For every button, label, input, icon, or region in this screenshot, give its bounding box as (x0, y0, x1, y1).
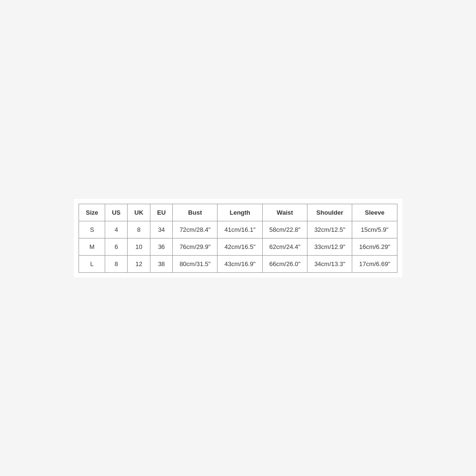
cell-bust-s: 72cm/28.4" (173, 221, 218, 238)
cell-uk-s: 8 (128, 221, 150, 238)
cell-shoulder-m: 33cm/12.9" (307, 238, 352, 255)
cell-uk-m: 10 (128, 238, 150, 255)
table-header-row: Size US UK EU Bust Length Waist Shoulder… (79, 204, 397, 221)
cell-length-m: 42cm/16.5" (218, 238, 262, 255)
cell-size-l: L (79, 255, 105, 272)
cell-eu-l: 38 (150, 255, 173, 272)
cell-waist-l: 66cm/26.0" (262, 255, 307, 272)
cell-eu-s: 34 (150, 221, 173, 238)
header-us: US (105, 204, 128, 221)
size-chart-container: Size US UK EU Bust Length Waist Shoulder… (74, 199, 402, 278)
cell-us-m: 6 (105, 238, 128, 255)
header-waist: Waist (262, 204, 307, 221)
header-bust: Bust (173, 204, 218, 221)
cell-bust-l: 80cm/31.5" (173, 255, 218, 272)
cell-bust-m: 76cm/29.9" (173, 238, 218, 255)
table-row: S 4 8 34 72cm/28.4" 41cm/16.1" 58cm/22.8… (79, 221, 397, 238)
header-length: Length (218, 204, 262, 221)
cell-sleeve-s: 15cm/5.9" (352, 221, 397, 238)
cell-length-l: 43cm/16.9" (218, 255, 262, 272)
header-shoulder: Shoulder (307, 204, 352, 221)
cell-size-s: S (79, 221, 105, 238)
cell-uk-l: 12 (128, 255, 150, 272)
size-chart-table: Size US UK EU Bust Length Waist Shoulder… (79, 204, 397, 273)
cell-shoulder-s: 32cm/12.5" (307, 221, 352, 238)
header-size: Size (79, 204, 105, 221)
header-uk: UK (128, 204, 150, 221)
cell-waist-s: 58cm/22.8" (262, 221, 307, 238)
cell-length-s: 41cm/16.1" (218, 221, 262, 238)
cell-us-l: 8 (105, 255, 128, 272)
cell-us-s: 4 (105, 221, 128, 238)
header-sleeve: Sleeve (352, 204, 397, 221)
cell-size-m: M (79, 238, 105, 255)
header-eu: EU (150, 204, 173, 221)
cell-sleeve-l: 17cm/6.69" (352, 255, 397, 272)
cell-sleeve-m: 16cm/6.29" (352, 238, 397, 255)
cell-waist-m: 62cm/24.4" (262, 238, 307, 255)
cell-eu-m: 36 (150, 238, 173, 255)
table-row: L 8 12 38 80cm/31.5" 43cm/16.9" 66cm/26.… (79, 255, 397, 272)
table-row: M 6 10 36 76cm/29.9" 42cm/16.5" 62cm/24.… (79, 238, 397, 255)
cell-shoulder-l: 34cm/13.3" (307, 255, 352, 272)
